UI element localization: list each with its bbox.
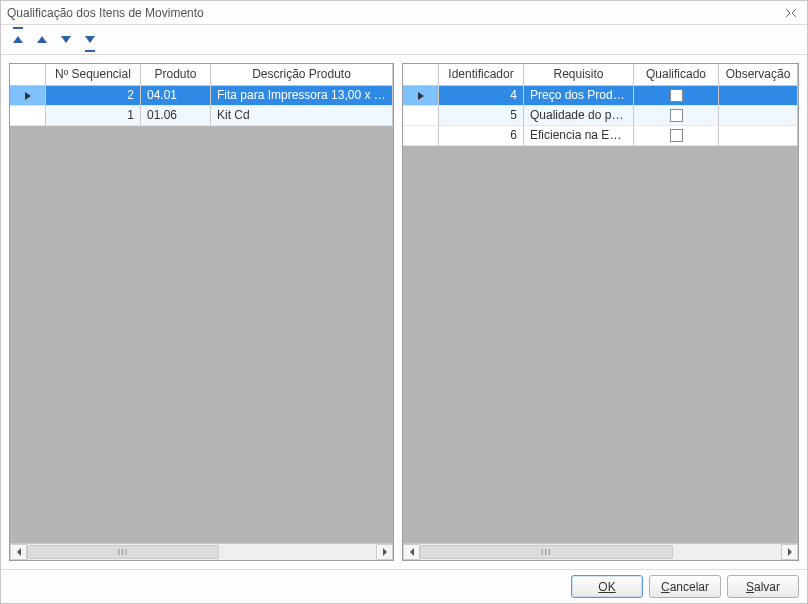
right-grid-corner [403, 64, 439, 85]
nav-prev-icon [37, 36, 47, 43]
left-grid: Nº Sequencial Produto Descrição Produto … [9, 63, 394, 561]
cell-seq: 1 [46, 106, 141, 126]
cell-seq: 2 [46, 86, 141, 106]
ok-button[interactable]: OK [571, 575, 643, 598]
col-header-observacao[interactable]: Observação [719, 64, 798, 85]
cell-observacao[interactable] [719, 86, 798, 106]
cell-observacao[interactable] [719, 126, 798, 146]
cell-requisito: Eficiencia na Entr... [524, 126, 634, 146]
cell-ident: 6 [439, 126, 524, 146]
scroll-right-button[interactable] [376, 544, 393, 560]
scroll-track[interactable]: III [27, 544, 376, 560]
left-grid-row[interactable]: 1 01.06 Kit Cd [10, 106, 393, 126]
cancel-button-label: Cancelar [661, 580, 709, 594]
cell-descricao: Fita para Impressora 13,00 x 10,30 [211, 86, 393, 106]
scroll-left-button[interactable] [403, 544, 420, 560]
cell-observacao[interactable] [719, 106, 798, 126]
row-indicator [403, 106, 439, 126]
ok-button-label: OK [598, 580, 615, 594]
cell-produto: 04.01 [141, 86, 211, 106]
right-grid-row[interactable]: 4 Preço dos Produt... [403, 86, 798, 106]
scroll-right-button[interactable] [781, 544, 798, 560]
nav-next-button[interactable] [57, 31, 75, 49]
cell-descricao: Kit Cd [211, 106, 393, 126]
right-grid-header-row: Identificador Requisito Qualificado Obse… [403, 64, 798, 86]
row-indicator [10, 86, 46, 106]
nav-last-icon [85, 36, 95, 43]
col-header-seq[interactable]: Nº Sequencial [46, 64, 141, 85]
title-bar: Qualificação dos Itens de Movimento [1, 1, 807, 25]
cell-ident: 5 [439, 106, 524, 126]
row-indicator [403, 86, 439, 106]
col-header-produto[interactable]: Produto [141, 64, 211, 85]
save-button-label: Salvar [746, 580, 780, 594]
window-title: Qualificação dos Itens de Movimento [7, 6, 781, 20]
cell-requisito: Qualidade do pro... [524, 106, 634, 126]
navigation-toolbar [1, 25, 807, 55]
dialog-footer: OK Cancelar Salvar [1, 569, 807, 603]
nav-next-icon [61, 36, 71, 43]
row-indicator [403, 126, 439, 146]
nav-first-button[interactable] [9, 31, 27, 49]
left-grid-header-row: Nº Sequencial Produto Descrição Produto [10, 64, 393, 86]
col-header-requisito[interactable]: Requisito [524, 64, 634, 85]
cell-requisito: Preço dos Produt... [524, 86, 634, 106]
current-row-icon [24, 91, 32, 101]
right-grid-scrollbar[interactable]: III [403, 543, 798, 560]
nav-first-icon [13, 36, 23, 43]
nav-prev-button[interactable] [33, 31, 51, 49]
left-grid-corner [10, 64, 46, 85]
current-row-icon [417, 91, 425, 101]
scroll-thumb[interactable]: III [420, 545, 673, 559]
right-grid-rows: 4 Preço dos Produt... 5 Qualidade do pro… [403, 86, 798, 543]
right-grid-row[interactable]: 6 Eficiencia na Entr... [403, 126, 798, 146]
chevron-right-icon [382, 548, 388, 556]
col-header-qualificado[interactable]: Qualificado [634, 64, 719, 85]
chevron-left-icon [409, 548, 415, 556]
close-icon [785, 8, 797, 18]
right-grid-row[interactable]: 5 Qualidade do pro... [403, 106, 798, 126]
nav-last-button[interactable] [81, 31, 99, 49]
right-grid: Identificador Requisito Qualificado Obse… [402, 63, 799, 561]
cell-qualificado[interactable] [634, 86, 719, 106]
col-header-descricao[interactable]: Descrição Produto [211, 64, 393, 85]
left-grid-row[interactable]: 2 04.01 Fita para Impressora 13,00 x 10,… [10, 86, 393, 106]
cell-qualificado[interactable] [634, 106, 719, 126]
cell-produto: 01.06 [141, 106, 211, 126]
chevron-left-icon [16, 548, 22, 556]
scroll-thumb[interactable]: III [27, 545, 219, 559]
dialog-window: Qualificação dos Itens de Movimento Nº S… [0, 0, 808, 604]
window-close-button[interactable] [781, 5, 801, 21]
cancel-button[interactable]: Cancelar [649, 575, 721, 598]
scroll-track[interactable]: III [420, 544, 781, 560]
cell-ident: 4 [439, 86, 524, 106]
row-indicator [10, 106, 46, 126]
checkbox-icon[interactable] [670, 89, 683, 102]
chevron-right-icon [787, 548, 793, 556]
dialog-body: Nº Sequencial Produto Descrição Produto … [1, 55, 807, 569]
cell-qualificado[interactable] [634, 126, 719, 146]
left-grid-scrollbar[interactable]: III [10, 543, 393, 560]
left-grid-rows: 2 04.01 Fita para Impressora 13,00 x 10,… [10, 86, 393, 543]
save-button[interactable]: Salvar [727, 575, 799, 598]
checkbox-icon[interactable] [670, 129, 683, 142]
col-header-ident[interactable]: Identificador [439, 64, 524, 85]
scroll-left-button[interactable] [10, 544, 27, 560]
checkbox-icon[interactable] [670, 109, 683, 122]
